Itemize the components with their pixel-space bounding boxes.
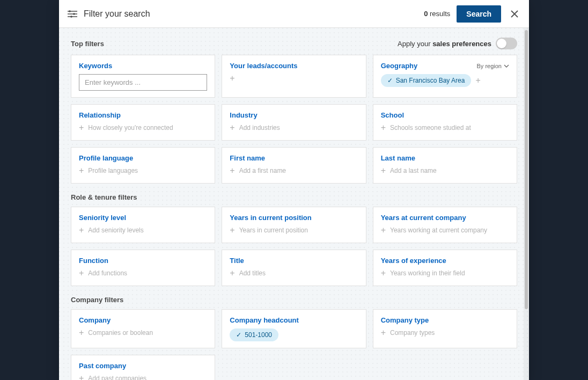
filter-card-industry: Industry +Add industries [222,104,366,141]
filter-title: Past company [79,362,207,370]
modal-title: Filter your search [84,9,424,19]
modal-header: Filter your search 0 results Search [59,0,529,28]
filter-card-headcount: Company headcount ✓ 501-1000 [222,309,366,348]
filter-title: Relationship [79,111,207,119]
filter-card-title: Title +Add titles [222,250,366,286]
filter-title: First name [230,154,358,162]
filter-title: Company type [381,316,509,324]
filter-title: Years of experience [381,257,509,265]
filter-card-geography: Geography By region ✓ San Francisco Bay … [373,55,517,98]
filter-title: Years in current position [230,214,358,222]
filter-title: Your leads/accounts [230,62,358,70]
search-button[interactable]: Search [457,5,501,23]
filter-title: Keywords [79,62,207,70]
section-title-top: Top filters [71,40,104,48]
filter-title: Years at current company [381,214,509,222]
headcount-chip[interactable]: ✓ 501-1000 [230,328,278,341]
filter-hint[interactable]: +How closely you're connected [79,123,207,132]
filter-hint[interactable]: +Add seniority levels [79,226,207,235]
add-icon[interactable]: + [230,74,234,83]
geography-chip[interactable]: ✓ San Francisco Bay Area [381,74,472,87]
filter-card-profile-language: Profile language +Profile languages [71,147,215,184]
filter-hint[interactable]: +Company types [381,328,509,337]
filter-card-past-company: Past company +Add past companies [71,355,215,380]
filter-title: Company headcount [230,316,358,324]
close-icon [510,10,519,18]
filter-card-first-name: First name +Add a first name [222,147,366,184]
filter-card-company: Company +Companies or boolean [71,309,215,348]
filter-hint[interactable]: +Companies or boolean [79,328,207,337]
filter-title: Seniority level [79,214,207,222]
filter-title: Profile language [79,154,207,162]
filter-card-relationship: Relationship +How closely you're connect… [71,104,215,141]
filter-card-function: Function +Add functions [71,250,215,286]
svg-point-5 [70,16,72,18]
filter-title: Title [230,257,358,265]
filter-hint[interactable]: +Years working at current company [381,226,509,235]
svg-point-4 [73,13,75,15]
filter-modal: Filter your search 0 results Search Top … [59,0,529,380]
geography-region-dropdown[interactable]: By region [477,63,509,69]
filter-icon [68,10,77,18]
results-count: 0 results [424,10,450,18]
filter-card-seniority: Seniority level +Add seniority levels [71,207,215,243]
filter-hint[interactable]: +Profile languages [79,166,207,175]
filter-title: Company [79,316,207,324]
scrollbar-thumb[interactable] [525,30,528,309]
close-button[interactable] [509,8,520,20]
filter-card-years-company: Years at current company +Years working … [373,207,517,243]
filter-hint[interactable]: +Add a first name [230,166,358,175]
filter-card-school: School +Schools someone studied at [373,104,517,141]
filter-title: Function [79,257,207,265]
filter-hint[interactable]: +Add a last name [381,166,509,175]
filter-title: Industry [230,111,358,119]
filter-title: School [381,111,509,119]
filter-card-keywords: Keywords [71,55,215,98]
keywords-input[interactable] [79,74,207,91]
filter-card-company-type: Company type +Company types [373,309,517,348]
filter-hint[interactable]: +Years working in their field [381,269,509,277]
sales-preferences-label: Apply your sales preferences [398,40,491,48]
section-title-role: Role & tenure filters [71,193,137,201]
check-icon: ✓ [387,77,393,84]
filter-hint[interactable]: +Schools someone studied at [381,123,509,132]
section-company-row: Company filters [71,286,517,309]
section-role-row: Role & tenure filters [71,184,517,207]
svg-point-3 [69,10,71,12]
filter-hint[interactable]: +Add functions [79,269,207,277]
chevron-down-icon [504,64,509,68]
filter-card-years-exp: Years of experience +Years working in th… [373,250,517,286]
section-top-row: Top filters Apply your sales preferences [71,28,517,55]
filter-card-last-name: Last name +Add a last name [373,147,517,184]
add-icon[interactable]: + [475,76,480,85]
filter-card-leads: Your leads/accounts + [222,55,366,98]
filter-hint[interactable]: +Years in current position [230,226,358,235]
filter-card-years-position: Years in current position +Years in curr… [222,207,366,243]
modal-body: Top filters Apply your sales preferences… [59,28,529,380]
filter-title: Geography [381,62,477,70]
section-title-company: Company filters [71,296,123,304]
sales-preferences-toggle[interactable] [496,38,517,49]
filter-hint[interactable]: +Add titles [230,269,358,277]
filter-hint[interactable]: +Add past companies [79,374,207,380]
filter-hint[interactable]: +Add industries [230,123,358,132]
scrollbar-track[interactable] [524,28,529,380]
filter-title: Last name [381,154,509,162]
check-icon: ✓ [236,331,241,339]
